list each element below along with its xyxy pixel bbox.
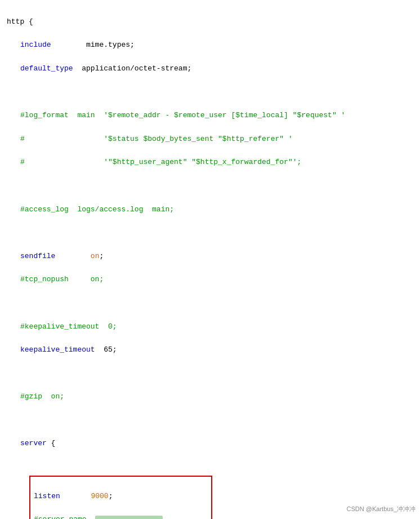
comment-log-format3: # '"$http_user_agent" "$http_x_forwarded… [7, 157, 413, 168]
comment-keepalive: #keepalive_timeout 0; [7, 321, 413, 333]
comment-gzip: #gzip on; [7, 391, 413, 403]
include-line: include mime.types; [7, 39, 413, 51]
listen-line: listen 9000; [34, 491, 208, 503]
server-box: listen 9000; #server_name . server_name … [29, 476, 212, 519]
server-open: server { [7, 438, 413, 450]
comment-tcp-nopush: #tcp_nopush on; [7, 274, 413, 286]
default-type-line: default_type application/octet-stream; [7, 63, 413, 75]
http-open: http { [7, 16, 413, 28]
code-container: http { include mime.types; default_type … [7, 5, 413, 519]
watermark: CSDN @Kartbus_冲冲冲 [347, 504, 415, 514]
sendfile-line: sendfile on; [7, 251, 413, 263]
comment-server-name: #server_name . [34, 514, 208, 519]
comment-access-log: #access_log logs/access.log main; [7, 204, 413, 216]
comment-log-format2: # '$status $body_bytes_sent "$http_refer… [7, 134, 413, 145]
keepalive-line: keepalive_timeout 65; [7, 344, 413, 356]
comment-log-format1: #log_format main '$remote_addr - $remote… [7, 110, 413, 122]
